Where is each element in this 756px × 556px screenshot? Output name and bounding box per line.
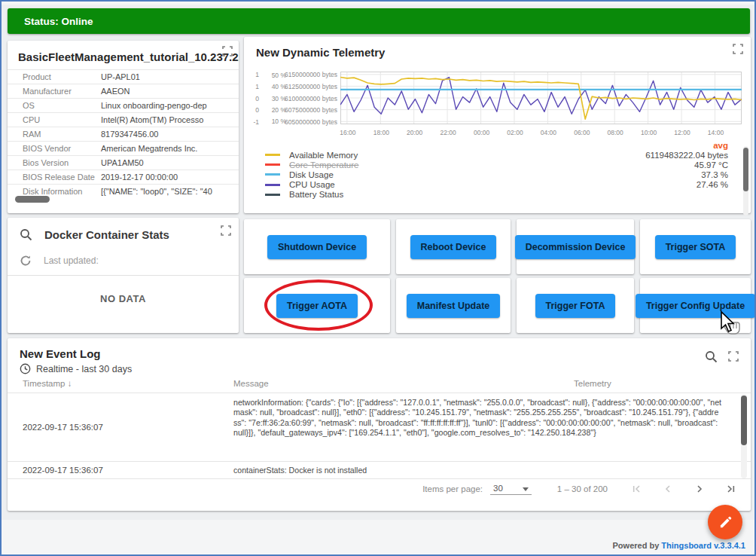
y-axis-tick-label: 0	[248, 95, 259, 102]
y-axis-tick-label: 6125000000 bytes	[264, 83, 337, 90]
x-axis-tick-label: 20:00	[405, 129, 425, 136]
first-page-icon[interactable]	[630, 483, 642, 495]
trigger-aota-button[interactable]: Trigger AOTA	[276, 294, 358, 318]
event-scrollbar-track[interactable]	[741, 394, 747, 478]
legend-item[interactable]: Disk Usage37.3 %	[244, 170, 751, 179]
shutdown-device-button[interactable]: Shutdown Device	[267, 235, 367, 259]
edit-dashboard-fab[interactable]	[708, 505, 742, 539]
legend-avg-header[interactable]: avg	[244, 141, 751, 150]
legend-series-name: Battery Status	[289, 190, 728, 199]
page-size-select[interactable]: 30	[490, 484, 532, 495]
x-axis-tick-label: 06:00	[572, 129, 592, 136]
device-attr-value: UP-APL01	[98, 70, 239, 84]
event-message: containerStats: Docker is not installed	[233, 466, 721, 475]
telemetry-chart[interactable]: 1100-150 %40 %30 %20 %10 %6150000000 byt…	[244, 67, 751, 142]
legend-series-name: Available Memory	[289, 151, 645, 160]
device-attr-value: UPA1AM50	[98, 156, 239, 170]
device-info-card: BasicFleetManagement_tutorial_10.237.22 …	[8, 41, 239, 213]
legend-item[interactable]: Core Temperature45.97 °C	[244, 160, 751, 170]
action-button-card: Decommission Device	[517, 219, 634, 274]
action-button-card: Trigger Config Update	[640, 278, 751, 333]
y-axis-tick-label: 6100000000 bytes	[264, 95, 337, 102]
legend-series-name: CPU Usage	[289, 180, 697, 189]
device-attr-label: RAM	[8, 127, 98, 142]
legend-scrollbar-thumb[interactable]	[743, 148, 748, 191]
telemetry-card: New Dynamic Telemetry 1100-150 %40 %30 %…	[244, 37, 751, 213]
device-attr-value: Linux onboarding-pengo-dep	[98, 99, 239, 113]
action-button-card: Manifest Update	[396, 278, 511, 333]
realtime-range-label[interactable]: Realtime - last 30 days	[36, 364, 132, 374]
refresh-icon[interactable]	[20, 255, 32, 267]
device-attr-label: CPU	[8, 113, 98, 127]
column-message[interactable]: Message	[233, 379, 269, 388]
device-info-row: RAM8179347456.00	[8, 127, 239, 142]
legend-series-name: Core Temperature	[289, 160, 694, 170]
device-info-row: BIOS VendorAmerican Megatrends Inc.	[8, 142, 239, 156]
device-info-row: CPUIntel(R) Atom(TM) Processo	[8, 113, 239, 127]
legend-scrollbar-track[interactable]	[743, 146, 748, 215]
divider	[8, 393, 751, 393]
reboot-device-button[interactable]: Reboot Device	[410, 235, 497, 259]
device-attr-value: Intel(R) Atom(TM) Processo	[98, 113, 239, 127]
previous-page-icon[interactable]	[662, 483, 674, 495]
device-info-table-body: ProductUP-APL01ManufacturerAAEONOSLinux …	[8, 70, 239, 199]
manifest-update-button[interactable]: Manifest Update	[407, 294, 501, 318]
status-bar: Status: Online	[8, 8, 750, 34]
caret-down-icon	[523, 487, 529, 491]
sort-desc-icon: ↓	[68, 379, 72, 388]
legend-item[interactable]: CPU Usage27.46 %	[244, 180, 751, 190]
device-attr-value: [{"NAME": "loop0", "SIZE": "40	[98, 185, 239, 199]
device-attr-label: BIOS Release Date	[8, 170, 98, 185]
search-icon[interactable]	[20, 228, 32, 241]
page-range-label: 1 – 30 of 200	[557, 484, 608, 493]
trigger-config-update-button[interactable]: Trigger Config Update	[636, 294, 755, 318]
items-per-page-label: Items per page:	[422, 484, 483, 493]
fullscreen-icon[interactable]	[733, 44, 743, 54]
legend-item[interactable]: Battery Status	[244, 190, 751, 200]
x-axis-tick-label: 14:00	[706, 129, 726, 136]
x-axis-tick-label: 08:00	[605, 129, 625, 136]
action-button-card: Shutdown Device	[244, 219, 390, 274]
powered-by-label: Powered by	[613, 541, 660, 550]
device-info-row: OSLinux onboarding-pengo-dep	[8, 99, 239, 113]
fullscreen-icon[interactable]	[222, 46, 233, 57]
divider	[8, 478, 751, 479]
fullscreen-icon[interactable]	[728, 351, 739, 362]
clock-icon[interactable]	[20, 363, 31, 374]
divider	[8, 461, 751, 462]
last-page-icon[interactable]	[725, 483, 737, 495]
chart-plot-area[interactable]	[340, 72, 742, 124]
event-log-card: New Event Log Realtime - last 30 days Ti…	[8, 338, 751, 511]
decommission-device-button[interactable]: Decommission Device	[515, 235, 636, 259]
legend-swatch	[265, 173, 280, 176]
docker-card-title: Docker Container Stats	[44, 228, 169, 241]
docker-stats-card: Docker Container Stats Last updated: NO …	[8, 218, 239, 333]
search-icon[interactable]	[705, 350, 718, 363]
y-axis-tick-label: 1	[248, 83, 259, 90]
column-timestamp[interactable]: Timestamp ↓	[23, 379, 72, 388]
horizontal-scrollbar-thumb[interactable]	[15, 196, 50, 203]
pencil-icon	[718, 515, 733, 530]
x-axis-tick-label: 10:00	[639, 129, 659, 136]
legend-avg-value: 27.46 %	[697, 180, 728, 189]
x-axis-tick-label: 16:00	[338, 129, 358, 136]
y-axis-tick-label: 0	[248, 106, 259, 114]
y-axis-tick-label: -1	[248, 118, 259, 126]
fullscreen-icon[interactable]	[221, 225, 231, 236]
device-info-table: ProductUP-APL01ManufacturerAAEONOSLinux …	[8, 69, 239, 199]
x-axis-tick-label: 22:00	[438, 129, 458, 136]
legend-item[interactable]: Available Memory6119483222.04 bytes	[244, 150, 751, 160]
event-message: networkInformation: {"cards": {"lo": [{"…	[233, 398, 721, 438]
next-page-icon[interactable]	[694, 483, 706, 495]
divider	[8, 275, 239, 276]
device-attr-label: Product	[8, 70, 98, 84]
trigger-sota-button[interactable]: Trigger SOTA	[655, 235, 736, 259]
x-axis-tick-label: 12:00	[672, 129, 692, 136]
device-attr-label: Bios Version	[8, 156, 98, 170]
column-telemetry[interactable]: Telemetry	[574, 379, 611, 388]
event-scrollbar-thumb[interactable]	[741, 396, 747, 445]
device-attr-label: Manufacturer	[8, 84, 98, 99]
trigger-fota-button[interactable]: Trigger FOTA	[535, 294, 616, 318]
dashboard-window: Status: Online BasicFleetManagement_tuto…	[0, 0, 756, 556]
thingsboard-version-link[interactable]: Thingsboard v.3.3.4.1	[661, 541, 745, 550]
